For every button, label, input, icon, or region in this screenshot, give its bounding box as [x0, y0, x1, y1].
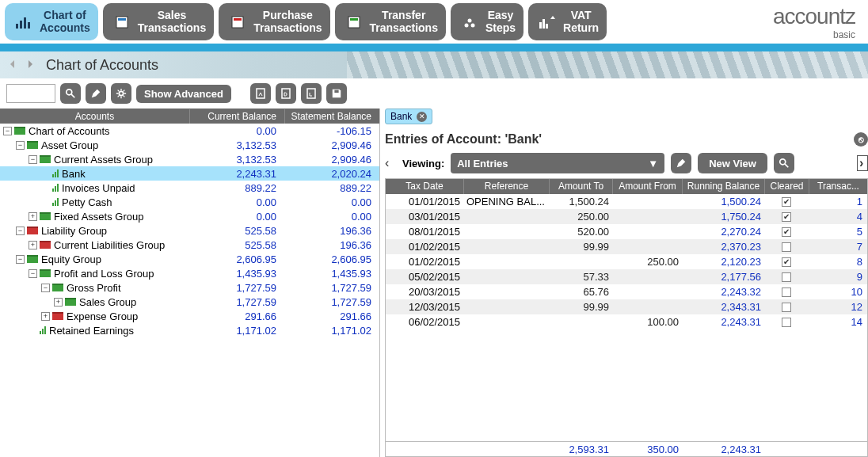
nav-transfer[interactable]: TransferTransactions — [335, 3, 446, 40]
tree-toggle-icon[interactable]: + — [54, 298, 63, 307]
folder-icon — [27, 141, 38, 149]
tree-toggle-icon[interactable]: − — [29, 269, 37, 278]
tree-row[interactable]: −Equity Group2,606.952,606.95 — [0, 252, 379, 266]
tree-row[interactable]: Retained Earnings1,171.021,171.02 — [0, 323, 379, 337]
save-button[interactable] — [326, 83, 347, 104]
search-input[interactable] — [6, 84, 55, 103]
checkbox-icon[interactable] — [782, 288, 791, 297]
checkbox-icon[interactable] — [782, 242, 791, 252]
tree-body[interactable]: −Chart of Accounts0.00-106.15−Asset Grou… — [0, 124, 379, 457]
statement-balance: 1,727.59 — [284, 296, 379, 308]
cell-cleared[interactable] — [764, 287, 809, 298]
cell-amount-to: 99.99 — [549, 240, 612, 253]
tree-row[interactable]: Bank2,243.312,020.24 — [0, 166, 379, 181]
tree-row[interactable]: Petty Cash0.000.00 — [0, 195, 379, 209]
grid-row[interactable]: 01/02/2015250.002,120.23✔8 — [386, 254, 867, 269]
tree-row[interactable]: −Liability Group525.58196.36 — [0, 223, 379, 238]
nav-vat[interactable]: VATReturn — [528, 3, 607, 40]
tree-row[interactable]: +Expense Group291.66291.66 — [0, 309, 379, 323]
next-view-icon[interactable]: › — [857, 155, 868, 171]
statement-balance: 196.36 — [284, 225, 379, 237]
grid-row[interactable]: 03/01/2015250.001,750.24✔4 — [386, 209, 867, 224]
grid-row[interactable]: 05/02/201557.332,177.569 — [386, 269, 867, 284]
tree-row[interactable]: −Current Assets Group3,132.532,909.46 — [0, 152, 379, 166]
checkbox-icon[interactable]: ✔ — [782, 197, 791, 207]
tree-toggle-icon[interactable]: + — [29, 241, 37, 249]
tree-header: Accounts Current Balance Statement Balan… — [0, 109, 379, 124]
cell-cleared[interactable]: ✔ — [764, 257, 809, 268]
doc-button-3[interactable] — [301, 83, 322, 104]
grid-row[interactable]: 01/02/201599.992,370.237 — [386, 239, 867, 254]
grid-row[interactable]: 08/01/2015520.002,270.24✔5 — [386, 224, 867, 239]
close-icon[interactable]: ✕ — [417, 112, 427, 122]
nav-easy[interactable]: EasySteps — [451, 3, 523, 40]
settings-button[interactable] — [111, 83, 131, 104]
tree-row[interactable]: Invoices Unpaid889.22889.22 — [0, 181, 379, 195]
tree-toggle-icon[interactable]: − — [16, 141, 25, 150]
nav-purchase[interactable]: PurchaseTransactions — [219, 3, 329, 40]
checkbox-icon[interactable]: ✔ — [782, 227, 791, 237]
col-transaction[interactable]: Transac... — [809, 179, 867, 194]
nav-chart-of[interactable]: Chart ofAccounts — [5, 3, 98, 40]
checkbox-icon[interactable]: ✔ — [782, 212, 791, 222]
col-running-balance[interactable]: Running Balance — [682, 179, 764, 194]
cell-cleared[interactable]: ✔ — [764, 211, 809, 223]
current-balance: 0.00 — [189, 125, 284, 137]
nav-sales[interactable]: SalesTransactions — [103, 3, 214, 40]
edit-button[interactable] — [86, 83, 106, 104]
col-cleared[interactable]: Cleared — [764, 179, 809, 194]
col-tax-date[interactable]: Tax Date — [386, 179, 463, 194]
checkbox-icon[interactable] — [782, 318, 791, 327]
forward-arrow-icon[interactable] — [24, 58, 38, 72]
checkbox-icon[interactable]: ✔ — [782, 257, 791, 267]
cell-cleared[interactable]: ✔ — [764, 227, 809, 238]
tree-row[interactable]: −Chart of Accounts0.00-106.15 — [0, 124, 379, 138]
tree-toggle-icon[interactable]: − — [41, 284, 50, 292]
grid-row[interactable]: 06/02/2015100.002,243.3114 — [386, 314, 867, 329]
col-amount-to[interactable]: Amount To — [549, 179, 612, 194]
doc-button-1[interactable] — [250, 83, 271, 104]
doc-button-2[interactable] — [276, 83, 296, 104]
cell-cleared[interactable] — [764, 302, 809, 313]
col-statement-balance[interactable]: Statement Balance — [284, 109, 379, 124]
tree-toggle-icon[interactable]: + — [29, 212, 37, 221]
account-tab-chip[interactable]: Bank ✕ — [385, 109, 432, 124]
tree-toggle-icon[interactable]: − — [16, 255, 25, 264]
checkbox-icon[interactable] — [782, 303, 791, 312]
link-icon[interactable]: ⎋ — [854, 132, 868, 147]
new-view-button[interactable]: New View — [698, 153, 767, 173]
search-button[interactable] — [60, 83, 81, 104]
grid-body[interactable]: 01/01/2015OPENING BAL...1,500.241,500.24… — [386, 194, 867, 441]
cell-amount-from — [612, 276, 682, 278]
tree-row[interactable]: +Fixed Assets Group0.000.00 — [0, 209, 379, 223]
view-select[interactable]: All Entries ▼ — [451, 153, 664, 173]
tree-row[interactable]: −Asset Group3,132.532,909.46 — [0, 138, 379, 152]
svg-rect-13 — [539, 22, 542, 29]
col-accounts[interactable]: Accounts — [0, 109, 189, 124]
tree-row[interactable]: +Current Liabilities Group525.58196.36 — [0, 238, 379, 252]
cell-cleared[interactable]: ✔ — [764, 196, 809, 208]
tree-toggle-icon[interactable]: − — [29, 155, 37, 164]
show-advanced-button[interactable]: Show Advanced — [136, 85, 231, 103]
tree-toggle-icon[interactable]: − — [16, 227, 25, 235]
svg-rect-2 — [24, 17, 26, 29]
grid-row[interactable]: 01/01/2015OPENING BAL...1,500.241,500.24… — [386, 194, 867, 209]
tree-row[interactable]: +Sales Group1,727.591,727.59 — [0, 295, 379, 309]
tree-toggle-icon[interactable]: + — [41, 312, 50, 321]
cell-cleared[interactable] — [764, 272, 809, 283]
col-amount-from[interactable]: Amount From — [612, 179, 682, 194]
search-entries-button[interactable] — [774, 153, 794, 173]
cell-cleared[interactable] — [764, 242, 809, 253]
edit-view-button[interactable] — [671, 153, 691, 173]
tree-row[interactable]: −Gross Profit1,727.591,727.59 — [0, 280, 379, 295]
tree-row[interactable]: −Profit and Loss Group1,435.931,435.93 — [0, 266, 379, 280]
tree-toggle-icon[interactable]: − — [3, 127, 12, 135]
col-current-balance[interactable]: Current Balance — [189, 109, 284, 124]
cell-cleared[interactable] — [764, 317, 809, 328]
grid-row[interactable]: 20/03/201565.762,243.3210 — [386, 284, 867, 299]
back-arrow-icon[interactable] — [6, 58, 21, 72]
col-reference[interactable]: Reference — [463, 179, 549, 194]
grid-row[interactable]: 12/03/201599.992,343.3112 — [386, 299, 867, 314]
checkbox-icon[interactable] — [782, 272, 791, 282]
prev-view-icon[interactable]: ‹ — [385, 156, 396, 170]
